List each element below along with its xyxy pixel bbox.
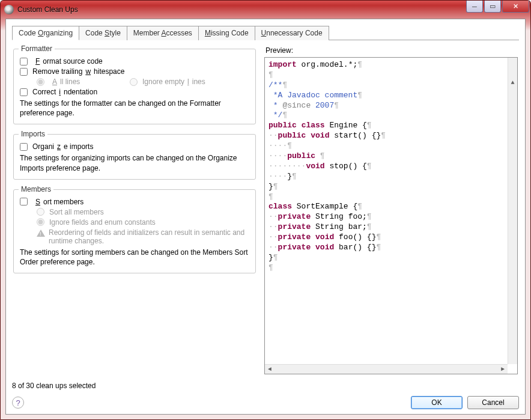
ignore-fields-radio: Ignore fields and enum constants — [37, 218, 249, 227]
imports-group: Imports Organize imports The settings fo… — [13, 134, 256, 179]
organize-imports-checkbox[interactable]: Organize imports — [20, 142, 249, 151]
correct-indentation-checkbox[interactable]: Correct indentation — [20, 88, 249, 96]
tab-unnecessary-code[interactable]: Unnecessary Code — [255, 26, 329, 40]
warning-icon — [37, 230, 45, 237]
tab-bar: Code Organizing Code Style Member Access… — [12, 25, 519, 40]
scroll-left-icon[interactable]: ◄ — [265, 365, 275, 374]
cancel-button[interactable]: Cancel — [467, 396, 519, 409]
remove-whitespace-checkbox[interactable]: Remove trailing whitespace — [20, 67, 249, 76]
dialog-window: Custom Clean Ups ─ ▭ ✕ Code Organizing C… — [0, 0, 531, 420]
tab-missing-code[interactable]: Missing Code — [198, 26, 255, 40]
all-lines-radio: All lines — [37, 78, 127, 86]
members-group: Members Sort members Sort all members Ig… — [13, 189, 256, 273]
preview-label: Preview: — [266, 46, 518, 55]
scroll-up-icon[interactable]: ▲ — [508, 78, 517, 88]
window-title: Custom Clean Ups — [17, 5, 78, 14]
sort-all-radio: Sort all members — [37, 208, 249, 216]
tab-code-organizing[interactable]: Code Organizing — [12, 26, 79, 40]
ignore-empty-radio: Ignore empty lines — [130, 78, 205, 86]
sort-members-checkbox[interactable]: Sort members — [20, 198, 249, 206]
members-desc: The settings for sorting members can be … — [20, 248, 249, 267]
tab-member-accesses[interactable]: Member Accesses — [127, 26, 199, 40]
status-text: 8 of 30 clean ups selected — [12, 382, 519, 390]
maximize-button[interactable]: ▭ — [484, 1, 501, 13]
client-area: Code Organizing Code Style Member Access… — [5, 19, 526, 415]
format-source-checkbox[interactable]: Format source code — [20, 57, 249, 65]
vertical-scrollbar[interactable]: ▲ — [508, 58, 517, 364]
titlebar[interactable]: Custom Clean Ups ─ ▭ ✕ — [1, 1, 530, 19]
close-button[interactable]: ✕ — [502, 1, 529, 13]
formatter-group: Formatter Format source code Remove trai… — [13, 49, 256, 124]
minimize-button[interactable]: ─ — [466, 1, 483, 13]
formatter-title: Formatter — [19, 44, 55, 53]
imports-desc: The settings for organizing imports can … — [20, 153, 249, 172]
sort-warning: Reordering of fields and initializers ca… — [37, 228, 249, 245]
scroll-right-icon[interactable]: ► — [498, 365, 508, 374]
preview-pane: import org.model.*;¶ ¶ /**¶ *A Javadoc c… — [264, 57, 518, 374]
imports-title: Imports — [19, 130, 47, 138]
tab-code-style[interactable]: Code Style — [79, 26, 127, 40]
eclipse-icon — [4, 5, 14, 14]
horizontal-scrollbar[interactable]: ◄ ► — [265, 364, 508, 374]
ok-button[interactable]: OK — [411, 396, 463, 409]
help-button[interactable]: ? — [12, 397, 24, 409]
formatter-desc: The settings for the formatter can be ch… — [20, 99, 249, 118]
members-title: Members — [19, 185, 53, 193]
